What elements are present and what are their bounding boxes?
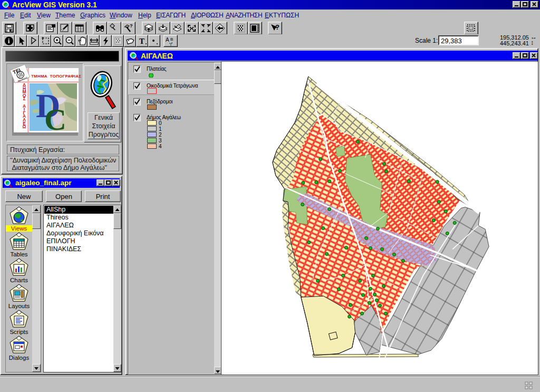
svg-text:A: A <box>166 37 169 43</box>
svg-text:?: ? <box>130 23 133 28</box>
svg-text:?: ? <box>275 23 279 31</box>
svg-text:Γ: Γ <box>170 43 172 46</box>
svg-text:T: T <box>139 37 144 45</box>
svg-text:B: B <box>170 37 173 42</box>
svg-text:C: C <box>44 102 66 131</box>
